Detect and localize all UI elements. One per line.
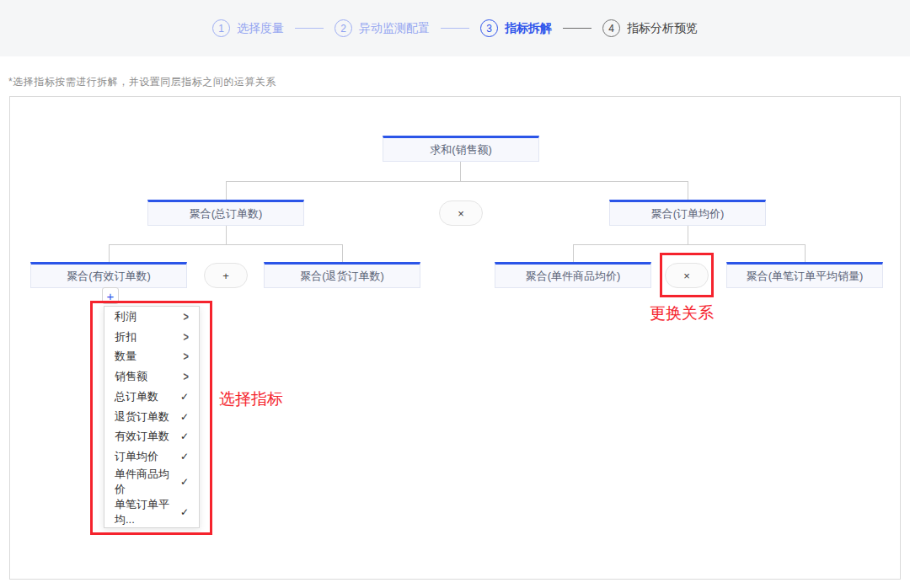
menu-item-total-orders[interactable]: 总订单数 ✓ (104, 387, 199, 407)
selected-check-icon: ✓ (180, 476, 189, 488)
connector-l2-left-stub (226, 181, 227, 200)
step-3-circle: 3 (480, 19, 498, 37)
annotation-change-relation: 更换关系 (650, 302, 714, 324)
step-1-select-measure[interactable]: 1 选择度量 (212, 19, 284, 37)
step-4-label: 指标分析预览 (627, 21, 698, 36)
submenu-arrow-icon: > (184, 350, 189, 363)
menu-item-discount[interactable]: 折扣 > (104, 327, 199, 347)
connector-l2-left-down (226, 226, 227, 244)
selected-check-icon: ✓ (180, 451, 189, 462)
selected-check-icon: ✓ (180, 411, 189, 423)
connector-l2-horizontal (226, 181, 688, 182)
decompose-hint-note: *选择指标按需进行拆解，并设置同层指标之间的运算关系 (8, 75, 276, 89)
add-child-metric-button[interactable]: + (102, 287, 119, 304)
node-root-sales-sum[interactable]: 求和(销售额) (383, 136, 539, 162)
selected-check-icon: ✓ (180, 506, 189, 518)
menu-item-label: 销售额 (115, 369, 147, 384)
menu-item-label: 单件商品均价 (115, 467, 180, 497)
menu-item-label: 单笔订单平均... (115, 497, 180, 527)
node-avg-items-per-order[interactable]: 聚合(单笔订单平均销量) (726, 262, 883, 288)
menu-item-unit-item-price[interactable]: 单件商品均价 ✓ (104, 467, 199, 497)
stepper-bar: 1 选择度量 2 异动监测配置 3 指标拆解 4 指标分析预览 (0, 0, 910, 56)
menu-item-label: 有效订单数 (115, 429, 169, 444)
node-total-orders[interactable]: 聚合(总订单数) (147, 200, 304, 226)
step-2-anomaly-config[interactable]: 2 异动监测配置 (335, 19, 430, 37)
connector-l3-b-stub (342, 244, 343, 262)
submenu-arrow-icon: > (184, 310, 189, 323)
step-connector-2 (441, 28, 469, 29)
menu-item-return-orders[interactable]: 退货订单数 ✓ (104, 407, 199, 427)
step-connector-3 (563, 28, 592, 29)
connector-root-down (460, 162, 461, 181)
step-2-circle: 2 (335, 19, 352, 37)
menu-item-label: 利润 (115, 309, 136, 324)
step-1-circle: 1 (212, 19, 230, 37)
menu-item-label: 订单均价 (115, 449, 158, 464)
operator-l3-left-plus[interactable]: + (204, 263, 248, 288)
step-4-circle: 4 (602, 19, 620, 37)
node-return-orders[interactable]: 聚合(退货订单数) (264, 262, 420, 288)
node-valid-orders[interactable]: 聚合(有效订单数) (30, 262, 187, 288)
connector-l3-c-stub (573, 244, 574, 262)
connector-l3-left-horizontal (109, 244, 342, 245)
menu-item-quantity[interactable]: 数量 > (104, 347, 199, 367)
connector-l2-right-stub (688, 181, 688, 200)
menu-item-profit[interactable]: 利润 > (104, 307, 199, 327)
connector-l3-d-stub (805, 244, 806, 262)
operator-l3-right-multiply[interactable]: × (665, 263, 709, 288)
step-3-metric-decompose[interactable]: 3 指标拆解 (480, 19, 552, 37)
page: 1 选择度量 2 异动监测配置 3 指标拆解 4 指标分析预览 *选择指标按需进… (0, 0, 910, 588)
menu-item-avg-items-per-order[interactable]: 单笔订单平均... ✓ (104, 497, 199, 527)
menu-item-label: 折扣 (115, 329, 136, 345)
menu-item-label: 总订单数 (115, 389, 158, 404)
step-4-analysis-preview[interactable]: 4 指标分析预览 (602, 19, 698, 37)
connector-l3-right-horizontal (573, 244, 805, 245)
selected-check-icon: ✓ (180, 391, 189, 403)
operator-l2-multiply[interactable]: × (439, 200, 483, 226)
menu-item-valid-orders[interactable]: 有效订单数 ✓ (104, 427, 199, 447)
selected-check-icon: ✓ (180, 430, 189, 442)
node-unit-item-price[interactable]: 聚合(单件商品均价) (495, 262, 651, 288)
step-connector-1 (295, 28, 324, 29)
submenu-arrow-icon: > (184, 330, 189, 343)
menu-item-avg-order-price[interactable]: 订单均价 ✓ (104, 446, 199, 467)
node-avg-order-price[interactable]: 聚合(订单均价) (609, 200, 766, 226)
submenu-arrow-icon: > (184, 371, 189, 383)
step-2-label: 异动监测配置 (359, 21, 430, 36)
step-1-label: 选择度量 (237, 21, 284, 36)
menu-item-label: 数量 (115, 349, 136, 364)
stepper: 1 选择度量 2 异动监测配置 3 指标拆解 4 指标分析预览 (212, 19, 698, 37)
menu-item-label: 退货订单数 (115, 409, 169, 425)
connector-l2-right-down (688, 226, 688, 244)
menu-item-sales-amount[interactable]: 销售额 > (104, 366, 199, 387)
metric-select-menu: 利润 > 折扣 > 数量 > 销售额 > 总订单数 ✓ 退货订单数 ✓ 有效订单… (104, 306, 200, 528)
step-3-label: 指标拆解 (505, 21, 552, 36)
connector-l3-a-stub (109, 244, 110, 262)
annotation-select-metric: 选择指标 (219, 388, 283, 410)
